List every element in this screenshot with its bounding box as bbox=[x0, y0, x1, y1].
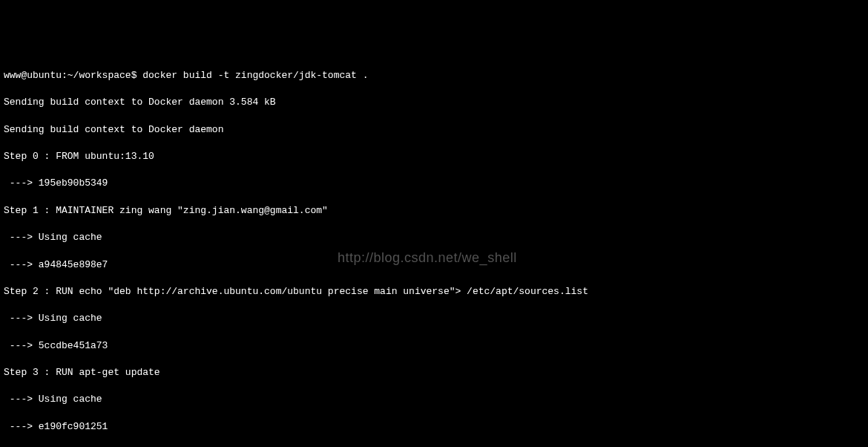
terminal-line: www@ubuntu:~/workspace$ docker build -t … bbox=[4, 69, 864, 82]
terminal-line: Step 0 : FROM ubuntu:13.10 bbox=[4, 150, 864, 163]
terminal-line: Sending build context to Docker daemon bbox=[4, 123, 864, 137]
terminal-line: Step 3 : RUN apt-get update bbox=[4, 366, 864, 379]
terminal-line: ---> Using cache bbox=[4, 312, 864, 325]
terminal-line: Sending build context to Docker daemon 3… bbox=[4, 96, 864, 109]
terminal-line: ---> Using cache bbox=[4, 231, 864, 244]
terminal-line: ---> a94845e898e7 bbox=[4, 258, 864, 272]
terminal-line: ---> e190fc901251 bbox=[4, 420, 864, 434]
terminal-output[interactable]: www@ubuntu:~/workspace$ docker build -t … bbox=[4, 56, 864, 447]
terminal-line: Step 2 : RUN echo "deb http://archive.ub… bbox=[4, 285, 864, 298]
terminal-line: Step 1 : MAINTAINER zing wang "zing.jian… bbox=[4, 204, 864, 218]
terminal-line: ---> 195eb90b5349 bbox=[4, 177, 864, 190]
terminal-line: ---> Using cache bbox=[4, 393, 864, 406]
terminal-line: ---> 5ccdbe451a73 bbox=[4, 339, 864, 353]
